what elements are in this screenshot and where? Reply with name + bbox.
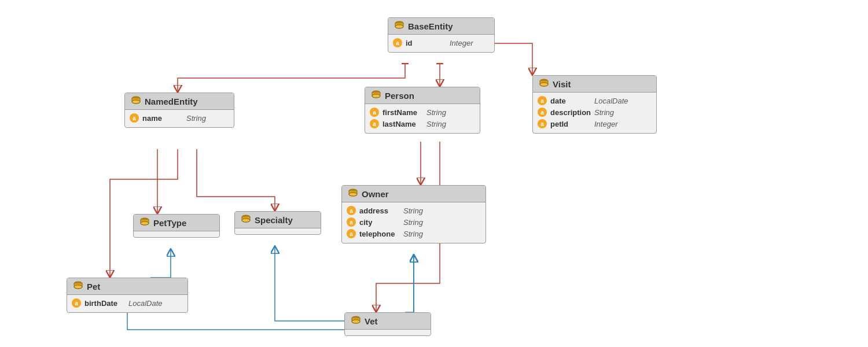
svg-point-13 [141,222,149,225]
entity-header-visit: Visit [533,76,656,93]
attr-icon-city: a [347,217,356,227]
entity-body-named-entity: a name String [125,110,234,127]
field-type-lastname: String [426,120,446,128]
attr-icon-firstname: a [370,108,379,117]
entity-header-specialty: Specialty [235,212,321,228]
svg-point-19 [352,320,360,323]
field-name-name: name [142,114,183,123]
entity-body-pet: a birthDate LocalDate [67,295,187,312]
db-icon-person [371,90,381,101]
entity-header-named-entity: NamedEntity [125,93,234,110]
db-icon-pet [73,281,83,291]
field-type-name: String [186,114,206,123]
svg-point-5 [132,100,140,104]
entity-body-visit: a date LocalDate a description String a … [533,93,656,133]
field-name-date: date [550,97,591,105]
entity-body-person: a firstName String a lastName String [365,104,480,133]
entity-header-person: Person [365,87,480,104]
db-icon-named-entity [131,96,141,106]
diagram-container: BaseEntity a id Integer NamedEntity a na… [0,0,868,347]
entity-header-pet: Pet [67,278,187,295]
entity-body-owner: a address String a city String a telepho… [342,202,486,243]
attr-icon-birthdate: a [72,298,81,308]
db-icon-owner [348,189,358,199]
field-lastname: a lastName String [370,118,475,130]
field-name-description: description [550,108,591,117]
entity-title-visit: Visit [553,79,571,89]
svg-point-15 [242,219,250,222]
entity-header-owner: Owner [342,186,486,202]
field-firstname: a firstName String [370,106,475,118]
db-icon-vet [351,316,361,326]
attr-icon-address: a [347,206,356,215]
svg-point-17 [74,285,82,289]
field-name-firstname: firstName [382,108,423,117]
svg-point-7 [372,94,380,98]
field-name-address: address [359,206,400,215]
field-name-lastname: lastName [382,120,423,128]
entity-header-pet-type: PetType [134,215,219,231]
entity-title-vet: Vet [365,316,378,326]
field-description: a description String [538,106,652,118]
attr-icon-id: a [393,38,402,47]
field-type-telephone: String [403,230,423,238]
entity-title-base-entity: BaseEntity [408,21,453,31]
entity-owner: Owner a address String a city String a t… [341,185,486,243]
field-type-city: String [403,218,423,227]
entity-header-vet: Vet [345,313,431,330]
field-id: a id Integer [393,37,490,49]
field-city: a city String [347,216,481,228]
db-icon-specialty [241,215,251,225]
db-icon-base-entity [394,21,404,31]
entity-person: Person a firstName String a lastName Str… [365,87,480,134]
entity-title-pet: Pet [87,282,100,291]
field-type-petid: Integer [594,120,617,128]
field-type-description: String [594,108,614,117]
entity-title-pet-type: PetType [153,218,186,228]
field-type-date: LocalDate [594,97,628,105]
entity-base-entity: BaseEntity a id Integer [388,17,495,53]
field-name-petid: petId [550,120,591,128]
entity-title-specialty: Specialty [255,215,293,225]
entity-title-owner: Owner [362,189,389,199]
field-petid: a petId Integer [538,118,652,130]
field-name-city: city [359,218,400,227]
entity-named-entity: NamedEntity a name String [124,93,234,128]
field-type-address: String [403,206,423,215]
attr-icon-petid: a [538,119,547,128]
entity-body-vet [345,330,431,335]
entity-header-base-entity: BaseEntity [388,18,494,35]
entity-title-named-entity: NamedEntity [145,97,198,106]
db-icon-pet-type [139,217,150,228]
field-address: a address String [347,205,481,216]
field-type-firstname: String [426,108,446,117]
entity-specialty: Specialty [234,211,321,235]
attr-icon-date: a [538,96,547,105]
entity-vet: Vet [344,312,431,336]
entity-visit: Visit a date LocalDate a description Str… [532,75,657,134]
db-icon-visit [539,79,549,89]
entity-body-base-entity: a id Integer [388,35,494,52]
attr-icon-telephone: a [347,229,356,238]
svg-point-9 [540,83,548,86]
field-name-id: id [406,39,446,47]
attr-icon-name: a [130,113,139,123]
attr-icon-lastname: a [370,119,379,128]
attr-icon-description: a [538,108,547,117]
field-type-id: Integer [450,39,473,47]
svg-point-11 [349,193,357,196]
entity-pet-type: PetType [133,214,220,238]
entity-body-pet-type [134,231,219,237]
entity-body-specialty [235,228,321,234]
field-name-telephone: telephone [359,230,400,238]
field-date: a date LocalDate [538,95,652,106]
field-telephone: a telephone String [347,228,481,239]
field-name-birthdate: birthDate [84,299,125,308]
field-birthdate: a birthDate LocalDate [72,297,183,309]
entity-title-person: Person [385,91,414,101]
field-name: a name String [130,112,229,124]
entity-pet: Pet a birthDate LocalDate [67,278,188,313]
field-type-birthdate: LocalDate [128,299,163,308]
svg-point-3 [395,25,403,28]
